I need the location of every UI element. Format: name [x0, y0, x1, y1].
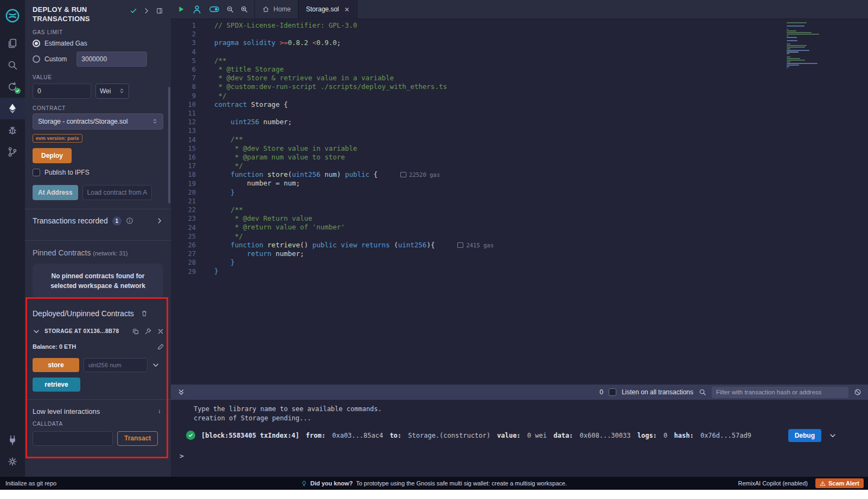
run-script-icon[interactable]: [177, 5, 185, 13]
copilot-status[interactable]: RemixAI Copilot (enabled): [738, 480, 808, 487]
tx-data-value: 0x608...30033: [580, 432, 631, 439]
trash-icon[interactable]: [141, 310, 148, 317]
tip-title: Did you know?: [310, 480, 353, 487]
at-address-input[interactable]: [82, 185, 152, 200]
store-arg-input[interactable]: [84, 358, 148, 372]
tab-home[interactable]: Home: [254, 0, 298, 18]
deploy-run-icon[interactable]: [0, 98, 25, 119]
deploy-button[interactable]: Deploy: [33, 148, 72, 163]
settings-gear-icon[interactable]: [0, 451, 25, 472]
close-tab-icon[interactable]: [344, 7, 350, 12]
minimap[interactable]: [787, 22, 822, 69]
listen-all-label: Listen on all transactions: [622, 388, 693, 396]
home-icon: [262, 5, 270, 13]
pending-tx-count: 0: [599, 388, 603, 396]
compile-success-badge: [15, 88, 21, 94]
search-icon[interactable]: [699, 388, 706, 396]
stepper-arrows-icon: [119, 88, 125, 94]
git-icon[interactable]: [0, 141, 25, 163]
info-icon: [126, 217, 133, 225]
transaction-log-row[interactable]: [block:5583405 txIndex:4] from: 0xa03...…: [186, 431, 868, 440]
zoom-out-icon[interactable]: [226, 5, 234, 13]
publish-ipfs-option[interactable]: Publish to IPFS: [25, 163, 171, 178]
chevron-down-icon[interactable]: [152, 361, 159, 369]
search-icon[interactable]: [0, 54, 25, 76]
clear-terminal-icon[interactable]: [854, 388, 861, 396]
chevron-down-icon[interactable]: [33, 328, 40, 335]
tx-success-icon: [186, 431, 195, 440]
publish-ipfs-checkbox[interactable]: [33, 169, 40, 176]
calldata-input[interactable]: [33, 431, 113, 446]
estimated-gas-radio[interactable]: [33, 40, 40, 47]
pin-panel-icon[interactable]: [156, 7, 163, 15]
value-input[interactable]: [33, 84, 91, 99]
contract-select[interactable]: Storage - contracts/Storage.sol: [33, 113, 163, 130]
tx-hash-value: 0x76d...57ad9: [700, 432, 751, 439]
scam-alert-button[interactable]: Scam Alert: [815, 478, 864, 488]
zoom-in-icon[interactable]: [240, 5, 248, 13]
estimated-gas-option[interactable]: Estimated Gas: [25, 37, 171, 49]
code-editor[interactable]: 1234567891011121314151617181920212223242…: [171, 19, 868, 385]
info-icon: [156, 407, 163, 415]
stepper-arrows-icon: [152, 118, 158, 124]
expand-terminal-icon[interactable]: [177, 388, 185, 396]
listen-all-checkbox[interactable]: [609, 388, 616, 396]
toggle-icon[interactable]: [209, 4, 220, 15]
value-unit-select[interactable]: Wei: [95, 84, 129, 99]
value-unit-label: Wei: [100, 87, 111, 95]
lightbulb-icon: [301, 481, 307, 487]
tab-storage-sol[interactable]: Storage.sol: [298, 0, 358, 18]
edit-pencil-icon[interactable]: [157, 343, 164, 350]
tx-logs-label: logs:: [637, 432, 657, 439]
low-level-label: Low level interactions: [33, 407, 100, 415]
tx-value-value: 0 wei: [527, 432, 547, 439]
panel-scrollbar[interactable]: [168, 87, 170, 203]
terminal-messages: Type the library name to see available c…: [171, 400, 868, 423]
deployed-contracts-title: Deployed/Unpinned Contracts: [33, 309, 134, 318]
tab-storage-label: Storage.sol: [306, 5, 339, 13]
main-area: Home Storage.sol 12345678910111213141516…: [171, 0, 868, 477]
custom-gas-option[interactable]: Custom: [25, 49, 171, 69]
retrieve-function-button[interactable]: retrieve: [33, 378, 80, 392]
transactions-count-badge: 1: [112, 216, 122, 226]
terminal[interactable]: Type the library name to see available c…: [171, 400, 868, 477]
tx-hash-label: hash:: [674, 432, 694, 439]
editor-toolbar: Home Storage.sol: [171, 0, 868, 19]
pinned-network-text: (network: 31): [93, 250, 127, 257]
publish-ipfs-label: Publish to IPFS: [44, 169, 90, 176]
debug-button[interactable]: Debug: [788, 429, 821, 442]
store-function-button[interactable]: store: [33, 358, 79, 372]
chevron-right-icon[interactable]: [156, 217, 163, 225]
editor-gutter: 1234567891011121314151617181920212223242…: [171, 21, 205, 276]
tx-data-label: data:: [553, 432, 573, 439]
close-icon[interactable]: [157, 328, 164, 335]
value-label: VALUE: [33, 74, 163, 80]
tx-from-value: 0xa03...85ac4: [332, 432, 383, 439]
custom-gas-input[interactable]: [76, 52, 147, 67]
remix-logo-icon[interactable]: [0, 3, 25, 28]
tutorial-person-icon[interactable]: [192, 4, 202, 15]
chevron-right-icon[interactable]: [143, 7, 150, 15]
transact-button[interactable]: Transact: [117, 431, 158, 446]
panel-title: DEPLOY & RUN TRANSACTIONS: [33, 5, 119, 24]
custom-gas-radio[interactable]: [33, 55, 40, 63]
at-address-button[interactable]: At Address: [33, 185, 78, 200]
editor-code[interactable]: // SPDX-License-Identifier: GPL-3.0pragm…: [214, 21, 781, 276]
solidity-compiler-icon[interactable]: [0, 76, 25, 98]
check-icon: [130, 7, 137, 15]
copy-icon[interactable]: [132, 328, 139, 335]
pinned-contracts-title: Pinned Contracts (network: 31): [25, 241, 171, 261]
terminal-filter-input[interactable]: [712, 387, 848, 398]
tip-body: To prototype using the Gnosis safe multi…: [356, 480, 567, 487]
plugin-manager-icon[interactable]: [0, 429, 25, 451]
git-init-button[interactable]: Initialize as git repo: [0, 480, 56, 487]
contract-instance-title[interactable]: STORAGE AT 0X136...8B78: [44, 328, 119, 334]
debugger-icon[interactable]: [0, 119, 25, 141]
contract-label: CONTRACT: [33, 105, 163, 111]
transactions-recorded-row[interactable]: Transactions recorded 1: [25, 209, 171, 233]
file-explorer-icon[interactable]: [0, 33, 25, 54]
chevron-down-icon[interactable]: [829, 432, 837, 439]
tx-value-label: value:: [497, 432, 520, 439]
terminal-prompt[interactable]: >: [180, 452, 868, 460]
pin-icon[interactable]: [144, 328, 152, 335]
